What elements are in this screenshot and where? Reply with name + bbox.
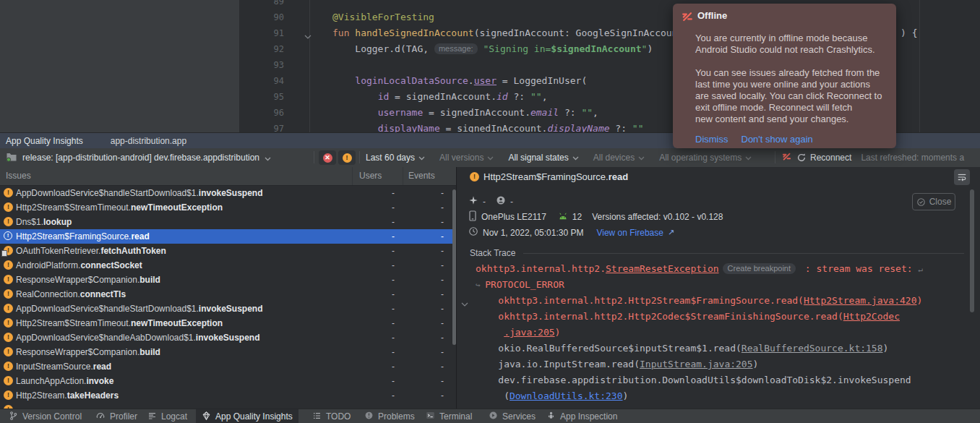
issue-row[interactable]: !AppDownloadService$handleStartDownload$…	[0, 302, 456, 316]
issue-row[interactable]: !Http2Stream$FramingSource.read--	[0, 229, 456, 244]
stack-text: (	[476, 390, 510, 401]
stack-frame-link[interactable]: InputStream.java:205	[640, 359, 753, 369]
tool-window-tab-app-quality-insights[interactable]: App Quality Insights	[196, 409, 298, 423]
device-name: OnePlus LE2117	[481, 212, 546, 222]
issue-row[interactable]: !OAuthTokenRetriever.fetchAuthToken--	[0, 244, 456, 258]
column-divider[interactable]	[403, 167, 403, 185]
dismiss-link[interactable]: Dismiss	[695, 134, 728, 145]
toolbar-separator	[775, 151, 775, 163]
column-divider[interactable]	[352, 167, 353, 185]
filter-dropdown-all-versions[interactable]: All versions	[439, 153, 494, 163]
close-label: Close	[929, 197, 952, 207]
issue-events-value: -	[411, 345, 444, 359]
code-token: user	[474, 75, 497, 86]
issue-row[interactable]: !Dns$1.lookup--	[0, 215, 456, 229]
column-events: Events	[408, 171, 435, 181]
stack-frame-link[interactable]: Http2Codec	[843, 311, 900, 322]
offline-notification-popup: Offline You are currently in offline mod…	[673, 4, 896, 148]
filter-dropdown-last-60-days[interactable]: Last 60 days	[366, 153, 425, 163]
tool-window-tab-logcat[interactable]: Logcat	[142, 409, 193, 423]
issue-row[interactable]: !AppDownloadService$handleAabDownload$1.…	[0, 330, 456, 345]
issue-name: InputStreamSource.read	[16, 359, 111, 374]
tool-window-tab-version-control[interactable]: Version Control	[3, 409, 87, 423]
code-token: ""	[581, 107, 593, 118]
code-token: ""	[632, 123, 644, 132]
filter-dropdown-all-devices[interactable]: All devices	[593, 153, 645, 163]
issue-method: fetchAuthToken	[100, 246, 166, 256]
detail-scrollbar[interactable]	[970, 189, 974, 312]
non-fatal-icon: !	[343, 153, 352, 163]
fatal-icon: ✕	[323, 153, 332, 163]
dont-show-again-link[interactable]: Don't show again	[742, 134, 813, 145]
non-fatal-filter-toggle[interactable]: !	[338, 150, 356, 165]
issue-users-value: -	[361, 345, 395, 359]
issue-row[interactable]: !ResponseWrapper$Companion.build--	[0, 345, 456, 359]
android-icon	[558, 212, 568, 223]
issue-row[interactable]: !AppDownloadService$handleStartDownload$…	[0, 186, 456, 200]
soft-wrap-button[interactable]	[954, 169, 970, 185]
issue-method: build	[139, 275, 160, 285]
issue-users-value: -	[361, 330, 395, 345]
issue-name: Http2Stream$StreamTimeout.newTimeoutExce…	[16, 316, 223, 330]
module-scope-dropdown[interactable]: release: [app-distribution-android] dev.…	[6, 148, 271, 167]
issue-events-value: -	[411, 229, 444, 244]
issue-method: connectSocket	[80, 260, 142, 270]
stack-frame-link[interactable]: StreamResetException	[606, 263, 719, 274]
issue-row[interactable]: !Http2Stream$StreamTimeout.newTimeoutExc…	[0, 316, 456, 330]
stack-text: okhttp3.internal.http2.Http2Codec$Stream…	[476, 311, 843, 322]
tool-window-tab-terminal[interactable]: Terminal	[420, 409, 478, 423]
issue-method: lookup	[43, 217, 72, 227]
external-link-icon[interactable]: ↗	[668, 228, 674, 237]
issue-class: Http2Stream$FramingSource.	[16, 231, 131, 242]
issue-row[interactable]: !LaunchAppAction.invoke--	[0, 374, 456, 388]
tool-window-tab-todo[interactable]: TODO	[306, 409, 356, 423]
fatal-filter-toggle[interactable]: ✕	[319, 150, 336, 165]
issue-class: Http2Stream.	[16, 390, 67, 401]
issue-row[interactable]: !AndroidPlatform.connectSocket--	[0, 258, 456, 273]
issues-table-header[interactable]: Issues Users Events	[0, 167, 456, 186]
issue-name: AppDownloadService$handleStartDownload$1…	[16, 186, 263, 200]
issue-row[interactable]: !ResponseWrapper$Companion.build--	[0, 273, 456, 287]
issue-warning-icon: !	[4, 260, 13, 270]
chevron-down-icon	[745, 153, 752, 163]
stack-text: okhttp3.internal.http2.	[476, 263, 606, 274]
issue-method: build	[139, 347, 160, 357]
line-number: 91	[239, 25, 284, 41]
issue-row[interactable]: !Http2Stream$StreamTimeout.newTimeoutExc…	[0, 200, 456, 215]
issue-users-value: -	[361, 388, 395, 403]
issue-row[interactable]: !RealConnection.connectTls--	[0, 287, 456, 302]
chevron-down-icon	[265, 151, 271, 164]
code-text: fun handleSignedInAccount(signedInAccoun…	[332, 25, 683, 41]
code-token: ?:	[610, 123, 632, 132]
tab-app-distribution[interactable]: app-distribution.app	[111, 136, 186, 146]
filter-dropdown-all-signal-states[interactable]: All signal states	[508, 153, 578, 163]
tool-window-tab-profiler[interactable]: Profiler	[90, 409, 143, 423]
issue-events-value: -	[411, 273, 444, 287]
close-issue-button[interactable]: Close	[912, 193, 955, 210]
issue-row[interactable]: !InputStreamSource.read--	[0, 359, 456, 374]
issue-users-value: -	[361, 374, 395, 388]
tool-window-tab-app-inspection[interactable]: App Inspection	[541, 409, 623, 423]
create-breakpoint-chip[interactable]: Create breakpoint	[723, 263, 796, 274]
issue-row[interactable]: !	[0, 403, 456, 409]
tool-window-tab-services[interactable]: Services	[483, 409, 541, 423]
issue-users-value: -	[361, 302, 395, 316]
reconnect-button[interactable]: Reconnect	[796, 153, 851, 163]
stack-frame-link[interactable]: RealBufferedSource.kt:158	[742, 343, 883, 354]
stack-trace-line: okio.RealBufferedSource$inputStream$1.re…	[457, 341, 980, 356]
issue-class: AppDownloadService$handleStartDownload$1…	[16, 188, 199, 198]
stack-frame-link[interactable]: .java:205	[504, 327, 554, 338]
stack-frame-link[interactable]: Http2Stream.java:420	[804, 295, 917, 306]
aqi-toolbar: release: [app-distribution-android] dev.…	[0, 148, 980, 168]
view-on-firebase-link[interactable]: View on Firebase	[596, 228, 663, 238]
popup-body-2: You can see issues already fetched from …	[695, 67, 889, 125]
filter-dropdown-all-operating-systems[interactable]: All operating systems	[659, 153, 752, 163]
issue-row[interactable]: !Http2Stream.takeHeaders--	[0, 388, 456, 403]
issue-users-value: -	[361, 273, 395, 287]
code-token: = LoggedInUser(	[497, 75, 587, 86]
tool-window-tab-problems[interactable]: Problems	[358, 409, 421, 423]
issue-events-value: -	[411, 388, 444, 403]
filter-label: All signal states	[508, 153, 568, 163]
issue-name: ResponseWrapper$Companion.build	[16, 345, 160, 359]
stack-frame-link[interactable]: DownloadUtils.kt:230	[510, 390, 623, 401]
